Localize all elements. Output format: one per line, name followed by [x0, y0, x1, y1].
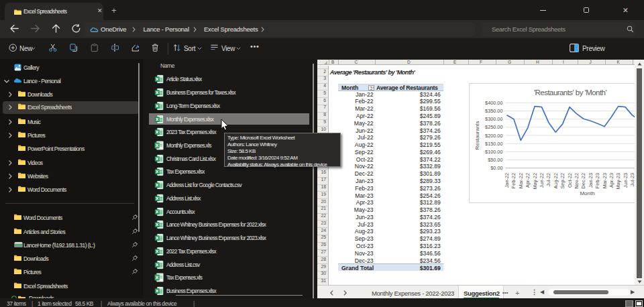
svg-text:Mar-23: Mar-23	[601, 173, 607, 188]
svg-text:$150.00: $150.00	[485, 141, 502, 147]
svg-text:'Restaurants' by 'Month': 'Restaurants' by 'Month'	[533, 88, 606, 97]
svg-text:Apr-23: Apr-23	[608, 173, 614, 188]
svg-text:Feb-23: Feb-23	[594, 173, 600, 188]
svg-text:$300.00: $300.00	[485, 117, 502, 123]
svg-text:$350.00: $350.00	[485, 108, 502, 114]
svg-text:$400.00: $400.00	[485, 100, 502, 106]
svg-text:Mar-22: Mar-22	[517, 173, 523, 188]
svg-text:Month: Month	[580, 190, 594, 196]
svg-text:$200.00: $200.00	[485, 133, 502, 139]
svg-text:$0.00: $0.00	[490, 166, 502, 172]
svg-text:Jun-22: Jun-22	[539, 173, 545, 188]
svg-text:Apr-22: Apr-22	[525, 173, 531, 188]
svg-text:May-23: May-23	[615, 173, 621, 189]
svg-text:Feb-22: Feb-22	[511, 173, 517, 188]
svg-text:Jun-23: Jun-23	[622, 173, 628, 188]
svg-text:Aug-22: Aug-22	[552, 173, 558, 189]
svg-text:May-22: May-22	[531, 173, 537, 189]
svg-text:$100.00: $100.00	[485, 149, 502, 155]
svg-text:Nov-22: Nov-22	[573, 173, 579, 189]
svg-text:Oct-22: Oct-22	[566, 173, 572, 188]
svg-text:$250.00: $250.00	[485, 125, 502, 131]
svg-text:$50.00: $50.00	[488, 157, 502, 163]
svg-text:Sep-22: Sep-22	[559, 173, 566, 189]
svg-text:Dec-22: Dec-22	[580, 173, 586, 189]
svg-text:Restaurants: Restaurants	[474, 121, 480, 150]
svg-text:Jan-23: Jan-23	[587, 173, 593, 188]
svg-text:Jan-22: Jan-22	[504, 173, 510, 188]
svg-text:Jul-22: Jul-22	[545, 173, 551, 186]
